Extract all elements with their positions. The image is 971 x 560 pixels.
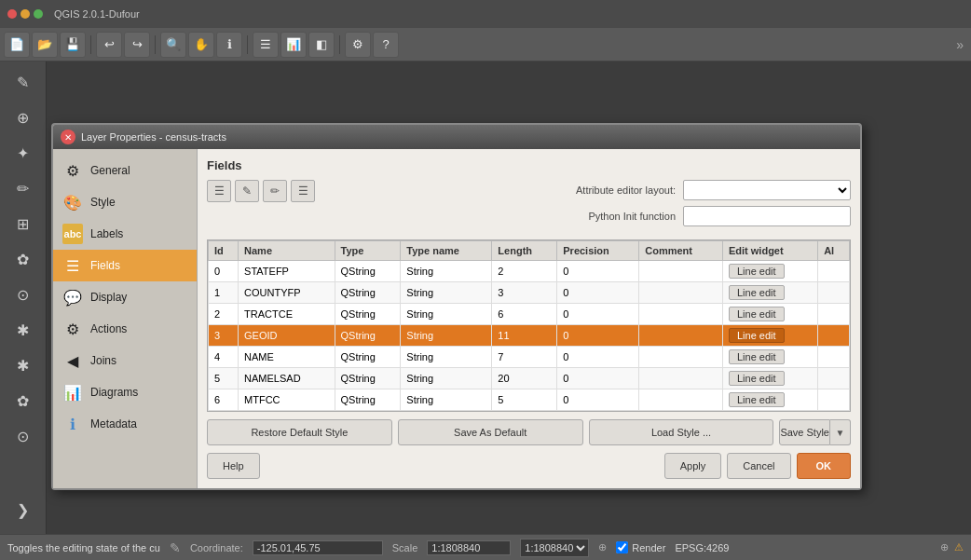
scale-input[interactable] bbox=[427, 540, 511, 555]
line-edit-button[interactable]: Line edit bbox=[729, 285, 785, 300]
cell-type: QString bbox=[335, 282, 401, 304]
sidebar-item-display[interactable]: 💬 Display bbox=[53, 281, 197, 313]
cell-length: 3 bbox=[492, 282, 557, 304]
sidebar-item-fields[interactable]: ☰ Fields bbox=[53, 250, 197, 281]
cell-al bbox=[818, 368, 850, 389]
sidebar-label-actions: Actions bbox=[90, 322, 127, 335]
fields-toggle-btn[interactable]: ☰ bbox=[207, 180, 231, 202]
table-row[interactable]: 1COUNTYFPQStringString30Line edit bbox=[209, 282, 850, 304]
left-panel-btn-chevron[interactable]: ❯ bbox=[7, 493, 40, 526]
toolbar-btn-select[interactable]: ◧ bbox=[308, 32, 335, 58]
left-panel-btn-star[interactable]: ✦ bbox=[7, 136, 40, 170]
toolbar-btn-expand[interactable]: » bbox=[952, 37, 967, 52]
warning-icon[interactable]: ⚠ bbox=[954, 541, 964, 553]
cell-id: 6 bbox=[209, 389, 239, 411]
sidebar-label-labels: Labels bbox=[90, 227, 123, 240]
fields-add-btn[interactable]: ✎ bbox=[235, 180, 259, 202]
render-checkbox[interactable] bbox=[616, 541, 628, 553]
left-panel-btn-circle[interactable]: ⊙ bbox=[7, 278, 40, 311]
fields-table-container: Id Name Type Type name Length Precision … bbox=[207, 239, 851, 412]
toolbar-btn-open[interactable]: 📂 bbox=[32, 32, 58, 58]
coord-input[interactable] bbox=[253, 540, 383, 555]
toolbar-btn-zoom[interactable]: 🔍 bbox=[160, 32, 186, 58]
toolbar-btn-redo[interactable]: ↪ bbox=[124, 32, 150, 58]
close-dot[interactable] bbox=[7, 9, 17, 19]
line-edit-button[interactable]: Line edit bbox=[729, 307, 785, 321]
left-panel-btn-grid[interactable]: ⊞ bbox=[7, 207, 40, 240]
toolbar-btn-attr[interactable]: 📊 bbox=[280, 32, 307, 58]
help-btn[interactable]: Help bbox=[207, 453, 260, 479]
actions-icon: ⚙ bbox=[62, 319, 83, 339]
python-init-input[interactable] bbox=[683, 206, 851, 226]
left-panel-btn-circle2[interactable]: ⊙ bbox=[7, 419, 40, 453]
cell-length: 20 bbox=[492, 368, 557, 389]
cancel-btn[interactable]: Cancel bbox=[727, 453, 790, 479]
toolbar-btn-pan[interactable]: ✋ bbox=[188, 32, 214, 58]
scale-dropdown[interactable]: 1:1808840 bbox=[520, 539, 589, 557]
table-row[interactable]: 3GEOIDQStringString110Line edit bbox=[209, 325, 850, 347]
toolbar-btn-save[interactable]: 💾 bbox=[60, 32, 86, 58]
edit-state-icon[interactable]: ✎ bbox=[170, 540, 181, 555]
save-style-arrow[interactable]: ▼ bbox=[830, 419, 851, 445]
sidebar-item-diagrams[interactable]: 📊 Diagrams bbox=[53, 376, 197, 408]
line-edit-button[interactable]: Line edit bbox=[729, 371, 785, 386]
maximize-dot[interactable] bbox=[34, 9, 43, 19]
cell-comment bbox=[639, 282, 723, 304]
left-panel-btn-asterisk[interactable]: ✱ bbox=[7, 313, 40, 347]
toolbar-btn-new[interactable]: 📄 bbox=[4, 32, 30, 58]
cell-edit-widget: Line edit bbox=[722, 325, 817, 347]
table-row[interactable]: 6MTFCCQStringString50Line edit bbox=[209, 389, 850, 411]
fields-calc-btn[interactable]: ☰ bbox=[291, 180, 315, 202]
line-edit-button[interactable]: Line edit bbox=[729, 349, 785, 364]
line-edit-button[interactable]: Line edit bbox=[729, 264, 785, 279]
load-style-btn[interactable]: Load Style ... bbox=[589, 419, 774, 445]
magnify-icon[interactable]: ⊕ bbox=[598, 541, 607, 553]
dialog-close-button[interactable]: ✕ bbox=[61, 130, 75, 144]
toolbar-btn-layers[interactable]: ☰ bbox=[253, 32, 279, 58]
render-check[interactable]: Render bbox=[616, 541, 665, 553]
left-panel-btn-edit[interactable]: ✎ bbox=[7, 65, 40, 99]
dialog: 📄 📂 💾 ↩ ↪ 🔍 ✋ ℹ ☰ 📊 ◧ ⚙ ? » ✎ ⊕ ✦ ✏ ⊞ ✿ … bbox=[0, 28, 971, 534]
sidebar-item-general[interactable]: ⚙ General bbox=[53, 155, 197, 186]
sidebar-label-metadata: Metadata bbox=[90, 417, 137, 430]
toolbar-btn-undo[interactable]: ↩ bbox=[96, 32, 122, 58]
sidebar-item-actions[interactable]: ⚙ Actions bbox=[53, 313, 197, 345]
left-panel-btn-pen[interactable]: ✏ bbox=[7, 171, 40, 205]
sidebar-label-joins: Joins bbox=[90, 354, 116, 367]
minimize-dot[interactable] bbox=[21, 9, 30, 19]
left-panel-btn-flower[interactable]: ✿ bbox=[7, 242, 40, 276]
cell-precision: 0 bbox=[557, 347, 639, 368]
toolbar-btn-settings[interactable]: ⚙ bbox=[345, 32, 371, 58]
toolbar-btn-help[interactable]: ? bbox=[373, 32, 399, 58]
sidebar-item-joins[interactable]: ◀ Joins bbox=[53, 345, 197, 376]
cell-name: NAMELSAD bbox=[239, 368, 335, 389]
cell-edit-widget: Line edit bbox=[722, 261, 817, 282]
cell-id: 3 bbox=[209, 325, 239, 347]
left-panel-btn-flower2[interactable]: ✿ bbox=[7, 384, 40, 417]
table-row[interactable]: 0STATEFPQStringString20Line edit bbox=[209, 261, 850, 282]
sidebar-item-metadata[interactable]: ℹ Metadata bbox=[53, 408, 197, 440]
line-edit-button[interactable]: Line edit bbox=[729, 328, 785, 343]
table-row[interactable]: 5NAMELSADQStringString200Line edit bbox=[209, 368, 850, 389]
save-as-default-btn[interactable]: Save As Default bbox=[398, 419, 583, 445]
toolbar-btn-identify[interactable]: ℹ bbox=[216, 32, 242, 58]
left-panel-btn-add[interactable]: ⊕ bbox=[7, 101, 40, 134]
save-style-btn[interactable]: Save Style bbox=[779, 419, 830, 445]
fields-edit-btn[interactable]: ✏ bbox=[263, 180, 287, 202]
apply-btn[interactable]: Apply bbox=[664, 453, 722, 479]
add-icon[interactable]: ⊕ bbox=[940, 541, 949, 553]
sidebar-item-labels[interactable]: abc Labels bbox=[53, 218, 197, 250]
left-panel-btn-asterisk2[interactable]: ✱ bbox=[7, 348, 40, 382]
cell-type: QString bbox=[335, 389, 401, 411]
table-row[interactable]: 4NAMEQStringString70Line edit bbox=[209, 347, 850, 368]
restore-default-btn[interactable]: Restore Default Style bbox=[207, 419, 392, 445]
ok-btn[interactable]: OK bbox=[797, 453, 852, 479]
attr-editor-select[interactable] bbox=[683, 180, 851, 200]
bottom-buttons-row2: Help Apply Cancel OK bbox=[207, 453, 851, 479]
line-edit-button[interactable]: Line edit bbox=[729, 392, 785, 407]
sidebar-item-style[interactable]: 🎨 Style bbox=[53, 186, 197, 218]
dialog-body: ⚙ General 🎨 Style abc Labels ☰ Fields bbox=[53, 149, 860, 488]
cell-precision: 0 bbox=[557, 282, 639, 304]
table-row[interactable]: 2TRACTCEQStringString60Line edit bbox=[209, 304, 850, 325]
col-name: Name bbox=[239, 241, 335, 261]
